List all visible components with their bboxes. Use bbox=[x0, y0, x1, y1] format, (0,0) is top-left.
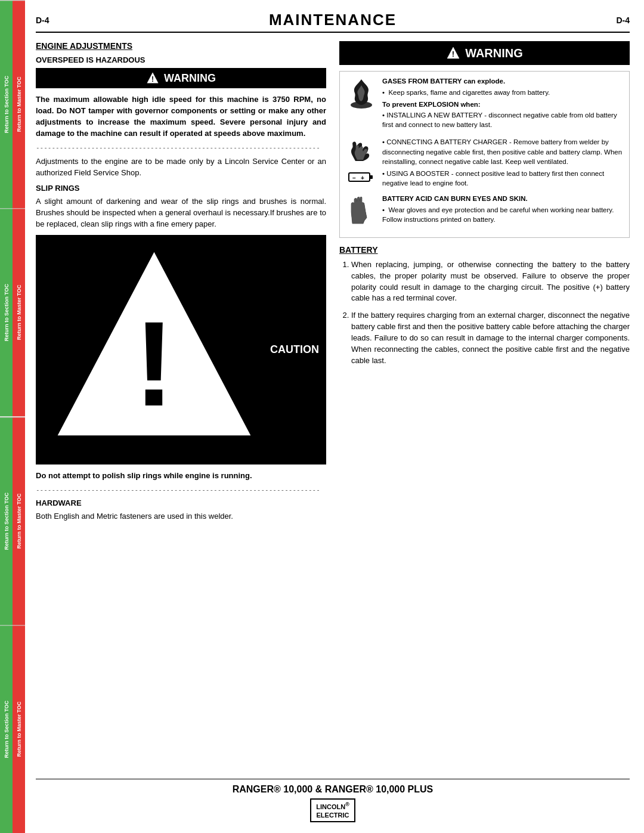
acid-glove-icon bbox=[346, 194, 376, 227]
svg-text:+: + bbox=[361, 175, 364, 181]
lincoln-logo-line1: LINCOLN bbox=[316, 803, 345, 810]
footer-model: RANGER® 10,000 & RANGER® 10,000 PLUS bbox=[36, 784, 630, 795]
battery-symbol-icon: – + bbox=[348, 168, 374, 186]
acid-icon-container bbox=[345, 194, 377, 227]
main-content: D-4 MAINTENANCE D-4 ENGINE ADJUSTMENTS O… bbox=[25, 0, 644, 833]
warning-content-block: GASES FROM BATTERY can explode. • Keep s… bbox=[339, 71, 630, 238]
svg-text:!: ! bbox=[151, 75, 154, 83]
warning-box-right: ! WARNING bbox=[339, 41, 630, 65]
fire-icon-container bbox=[345, 76, 377, 109]
overspeed-heading: OVERSPEED IS HAZARDOUS bbox=[36, 55, 326, 64]
col-right: ! WARNING bbox=[339, 41, 630, 761]
warning-triangle-icon-right: ! bbox=[446, 46, 460, 60]
return-section-toc-1[interactable]: Return to Section TOC bbox=[0, 1, 13, 208]
battery-item-2: If the battery requires charging from an… bbox=[351, 310, 630, 366]
svg-text:!: ! bbox=[134, 296, 174, 431]
page-label-left: D-4 bbox=[36, 16, 49, 25]
lincoln-logo: LINCOLN® ELECTRIC bbox=[310, 798, 355, 822]
fire-icon bbox=[346, 76, 376, 109]
acid-bullet1: • Wear gloves and eye protection and be … bbox=[382, 205, 624, 224]
slip-rings-text: A slight amount of darkening and wear of… bbox=[36, 196, 326, 230]
charger-text1: • CONNECTING A BATTERY CHARGER - Remove … bbox=[382, 137, 624, 166]
dash-line-1: ----------------------------------------… bbox=[36, 144, 326, 151]
slip-rings-heading: SLIP RINGS bbox=[36, 184, 326, 193]
sidebar-pair-2: Return to Section TOC Return to Master T… bbox=[0, 208, 25, 416]
return-section-toc-3[interactable]: Return to Section TOC bbox=[0, 417, 13, 625]
return-master-toc-2[interactable]: Return to Master TOC bbox=[13, 209, 25, 416]
return-master-toc-4[interactable]: Return to Master TOC bbox=[13, 625, 25, 833]
dash-line-2: ----------------------------------------… bbox=[36, 486, 326, 494]
caution-box: ! CAUTION bbox=[36, 235, 326, 465]
charger-text2: • USING A BOOSTER - connect positive lea… bbox=[382, 169, 624, 188]
warning-item-charger: – + • CONNECTING A BATTERY CHARGER - Rem… bbox=[345, 137, 624, 187]
charger-icons: – + bbox=[345, 137, 377, 187]
adjustments-text: Adjustments to the engine are to be made… bbox=[36, 156, 326, 179]
return-section-toc-2[interactable]: Return to Section TOC bbox=[0, 209, 13, 416]
warning-item-fire: GASES FROM BATTERY can explode. • Keep s… bbox=[345, 76, 624, 131]
battery-item-1: When replacing, jumping, or otherwise co… bbox=[351, 259, 630, 304]
caution-triangle-icon: ! bbox=[43, 239, 265, 461]
svg-text:–: – bbox=[352, 175, 356, 181]
warning-triangle-icon: ! bbox=[146, 72, 159, 85]
col-left: ENGINE ADJUSTMENTS OVERSPEED IS HAZARDOU… bbox=[36, 41, 326, 761]
fire-subbold: To prevent EXPLOSION when: bbox=[382, 100, 624, 109]
sidebar-pair-1: Return to Section TOC Return to Master T… bbox=[0, 0, 25, 208]
page-label-right: D-4 bbox=[616, 16, 630, 25]
page-footer: RANGER® 10,000 & RANGER® 10,000 PLUS LIN… bbox=[36, 779, 630, 822]
fire-sub1: • INSTALLING A NEW BATTERY - disconnect … bbox=[382, 110, 624, 129]
warning-label-right: WARNING bbox=[465, 47, 523, 60]
page-container: Return to Section TOC Return to Master T… bbox=[0, 0, 644, 833]
charger-text: • CONNECTING A BATTERY CHARGER - Remove … bbox=[382, 137, 624, 187]
warning-item-acid: BATTERY ACID CAN BURN EYES AND SKIN. • W… bbox=[345, 194, 624, 227]
hardware-heading: HARDWARE bbox=[36, 498, 326, 507]
lincoln-logo-line2: ELECTRIC bbox=[317, 812, 349, 819]
warning-item-fire-text: GASES FROM BATTERY can explode. • Keep s… bbox=[382, 76, 624, 131]
caution-text: Do not attempt to polish slip rings whil… bbox=[36, 470, 326, 482]
fire-bold-text: GASES FROM BATTERY can explode. bbox=[382, 76, 624, 86]
page-title: MAINTENANCE bbox=[269, 11, 397, 29]
sidebar-pair-4: Return to Section TOC Return to Master T… bbox=[0, 625, 25, 833]
battery-numbered-list: When replacing, jumping, or otherwise co… bbox=[339, 259, 630, 367]
return-master-toc-1[interactable]: Return to Master TOC bbox=[13, 1, 25, 208]
hardware-text: Both English and Metric fasteners are us… bbox=[36, 511, 326, 522]
svg-text:!: ! bbox=[452, 49, 454, 58]
engine-adjustments-heading: ENGINE ADJUSTMENTS bbox=[36, 41, 326, 51]
fire-bullet1: • Keep sparks, flame and cigarettes away… bbox=[382, 88, 624, 97]
sidebar: Return to Section TOC Return to Master T… bbox=[0, 0, 25, 833]
page-header: D-4 MAINTENANCE D-4 bbox=[36, 11, 630, 33]
two-col-layout: ENGINE ADJUSTMENTS OVERSPEED IS HAZARDOU… bbox=[36, 41, 630, 761]
warning-label-left: WARNING bbox=[164, 72, 216, 85]
sidebar-pair-3: Return to Section TOC Return to Master T… bbox=[0, 417, 25, 625]
warning-box-left: ! WARNING bbox=[36, 68, 326, 88]
acid-bold-text: BATTERY ACID CAN BURN EYES AND SKIN. bbox=[382, 194, 624, 203]
registered-mark: ® bbox=[345, 801, 349, 807]
warning-item-acid-text: BATTERY ACID CAN BURN EYES AND SKIN. • W… bbox=[382, 194, 624, 224]
return-master-toc-3[interactable]: Return to Master TOC bbox=[13, 417, 25, 625]
caution-label: CAUTION bbox=[270, 343, 319, 356]
svg-rect-5 bbox=[370, 175, 373, 179]
warning-body-text: The maximum allowable high idle speed fo… bbox=[36, 94, 326, 139]
spark-icon bbox=[346, 137, 376, 166]
return-section-toc-4[interactable]: Return to Section TOC bbox=[0, 625, 13, 833]
battery-section-title: BATTERY bbox=[339, 245, 630, 255]
